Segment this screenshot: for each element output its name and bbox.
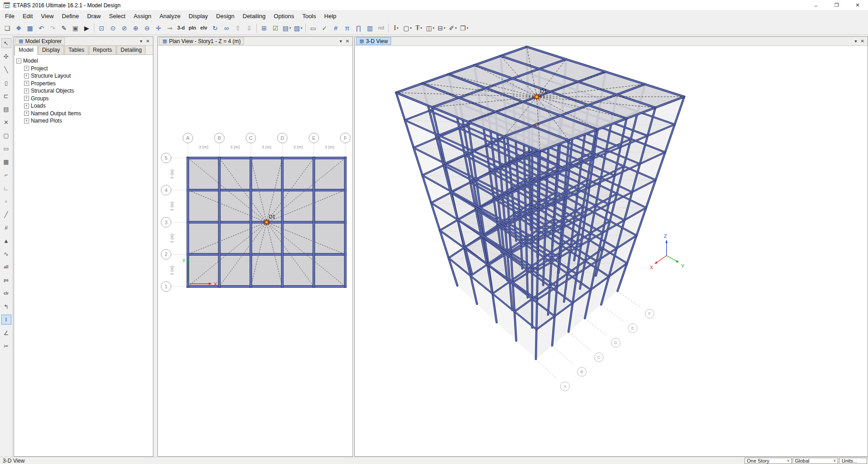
3d-view-close-icon[interactable]: ✕ [861, 39, 864, 44]
plan-view-caption-tab[interactable]: ▦ Plan View - Story1 - Z = 4 (m) [159, 37, 244, 45]
tab-reports[interactable]: Reports [89, 45, 116, 54]
draw-brace-button[interactable]: ╱ [1, 209, 11, 219]
run-analysis-button[interactable]: ▶ [81, 23, 92, 34]
quick-draw-secondary-beams-button[interactable]: ▤ [1, 104, 11, 114]
set-display-options-button[interactable]: ☑ [270, 23, 281, 34]
menu-file[interactable]: File [1, 11, 19, 21]
view-elevation-button[interactable]: elv [198, 23, 209, 34]
object-snap-button[interactable]: ⇝ [164, 23, 175, 34]
invert-selection-button[interactable]: ↰ [1, 301, 11, 311]
rubber-band-zoom-button[interactable]: ⊡ [96, 23, 107, 34]
measure-angle-button[interactable]: ∠ [1, 328, 11, 338]
draw-area-button[interactable]: ▭ [1, 143, 11, 153]
draw-frame-elevation-button[interactable]: ∏ [353, 23, 364, 34]
select-all-button[interactable]: all [1, 262, 11, 272]
detailing-pen-button[interactable]: ✐▾ [447, 23, 458, 34]
tree-item-groups[interactable]: Groups [31, 95, 49, 102]
menu-display[interactable]: Display [185, 11, 212, 21]
edit-pen-button[interactable]: ✎ [59, 23, 69, 34]
tree-expander-icon[interactable]: + [24, 104, 29, 109]
quick-draw-frame-button[interactable]: π [342, 23, 353, 34]
move-down-in-list-button[interactable]: ⇩ [244, 23, 255, 34]
coord-system-selector[interactable]: Global ∨ [793, 458, 838, 464]
tree-expander-icon[interactable]: + [24, 96, 29, 101]
tree-expander-icon[interactable]: + [24, 89, 29, 94]
check-model-button[interactable]: ✓ [319, 23, 330, 34]
close-button[interactable]: ✕ [847, 0, 868, 10]
tree-expander-icon[interactable]: + [24, 66, 29, 71]
tab-display[interactable]: Display [38, 45, 64, 54]
draw-wall-button[interactable]: ⌐ [1, 170, 11, 180]
open-model-button[interactable]: ❖ [13, 23, 24, 34]
tab-detailing[interactable]: Detailing [117, 45, 146, 54]
shrink-objects-toggle-button[interactable]: ⊞ [259, 23, 270, 34]
tree-item-structural-objects[interactable]: Structural Objects [31, 88, 74, 94]
plan-view-close-icon[interactable]: ✕ [346, 39, 349, 44]
units-button[interactable]: Units... [839, 458, 867, 464]
snap-grid-button[interactable]: # [1, 222, 11, 232]
menu-assign[interactable]: Assign [129, 11, 155, 21]
draw-braces-button[interactable]: ⊏ [1, 91, 11, 101]
quick-draw-wall-button[interactable]: ∟ [1, 183, 11, 193]
plan-view-canvas[interactable]: ABCDEF543213 (m)3 (m)3 (m)3 (m)3 (m)3 (m… [158, 46, 353, 456]
3d-view-caption[interactable]: ▦ 3-D View ▾ ✕ [355, 37, 868, 46]
deck-property-button[interactable]: ⊟▾ [436, 23, 447, 34]
save-model-button[interactable]: ▦ [25, 23, 35, 34]
object-display-button[interactable]: ▤▾ [281, 23, 292, 34]
pan-button[interactable]: ✛ [153, 23, 164, 34]
perspective-toggle-button[interactable]: ∞ [221, 23, 232, 34]
draw-slab-panel-button[interactable]: ▥ [364, 23, 375, 34]
draw-spline-button[interactable]: ∿ [1, 249, 11, 259]
clear-selection-button[interactable]: clr [1, 288, 11, 298]
move-up-in-list-button[interactable]: ⇧ [232, 23, 243, 34]
section-designer-button[interactable]: ❐▾ [459, 23, 470, 34]
tree-item-named-output-items[interactable]: Named Output Items [31, 110, 81, 117]
tree-item-loads[interactable]: Loads [31, 103, 46, 109]
3d-view-menu-icon[interactable]: ▾ [855, 39, 857, 44]
menu-design[interactable]: Design [212, 11, 238, 21]
menu-edit[interactable]: Edit [19, 11, 37, 21]
menu-analyze[interactable]: Analyze [155, 11, 184, 21]
rotate-3d-view-button[interactable]: ↻ [210, 23, 221, 34]
view-3d-button[interactable]: 3-d [176, 23, 186, 34]
frame-property-button[interactable]: I▾ [391, 23, 402, 34]
quick-draw-area-button[interactable]: ▦ [1, 157, 11, 167]
tree-item-structure-layout[interactable]: Structure Layout [31, 73, 71, 79]
tab-model[interactable]: Model [15, 45, 38, 55]
previous-zoom-button[interactable]: ⊘ [119, 23, 130, 34]
lock-model-button[interactable]: ▣ [70, 23, 81, 34]
select-pointer-button[interactable]: ↖ [1, 38, 11, 48]
undo-button[interactable]: ↶ [36, 23, 47, 34]
menu-view[interactable]: View [37, 11, 58, 21]
menu-detailing[interactable]: Detailing [239, 11, 270, 21]
extrude-view-toggle-button[interactable]: I [1, 315, 11, 325]
menu-select[interactable]: Select [105, 11, 129, 21]
draw-floor-button[interactable]: ▢ [1, 130, 11, 140]
redo-button[interactable]: ↷ [47, 23, 58, 34]
menu-help[interactable]: Help [320, 11, 341, 21]
model-explorer-menu-icon[interactable]: ▾ [140, 39, 142, 44]
tree-expander-icon[interactable]: − [16, 59, 21, 64]
restore-full-view-button[interactable]: ⊙ [108, 23, 118, 34]
tab-tables[interactable]: Tables [64, 45, 88, 54]
menu-draw[interactable]: Draw [83, 11, 105, 21]
quick-draw-frame-button[interactable]: ▯ [1, 78, 11, 88]
model-explorer-caption[interactable]: ▦ Model Explorer ▾ ✕ [14, 37, 153, 46]
previous-selection-button[interactable]: ps [1, 275, 11, 285]
model-explorer-caption-tab[interactable]: ▦ Model Explorer [15, 37, 65, 45]
story-selector[interactable]: One Story ∨ [745, 458, 792, 464]
plan-view-menu-icon[interactable]: ▾ [340, 39, 342, 44]
view-plan-button[interactable]: pln [187, 23, 198, 34]
model-explorer-close-icon[interactable]: ✕ [146, 39, 150, 44]
tree-item-properties[interactable]: Properties [31, 80, 56, 87]
draw-frame-button[interactable]: ╲ [1, 64, 11, 74]
draw-opening-button[interactable]: ▫ [1, 196, 11, 206]
tree-item-project[interactable]: Project [31, 65, 48, 72]
area-property-button[interactable]: ▢▾ [402, 23, 413, 34]
zoom-in-button[interactable]: ⊕ [130, 23, 141, 34]
nd-toggle-button[interactable]: nd [376, 23, 387, 34]
tree-expander-icon[interactable]: + [24, 118, 29, 123]
minimize-button[interactable]: – [805, 0, 826, 10]
menu-tools[interactable]: Tools [298, 11, 320, 21]
zoom-out-button[interactable]: ⊖ [142, 23, 152, 34]
